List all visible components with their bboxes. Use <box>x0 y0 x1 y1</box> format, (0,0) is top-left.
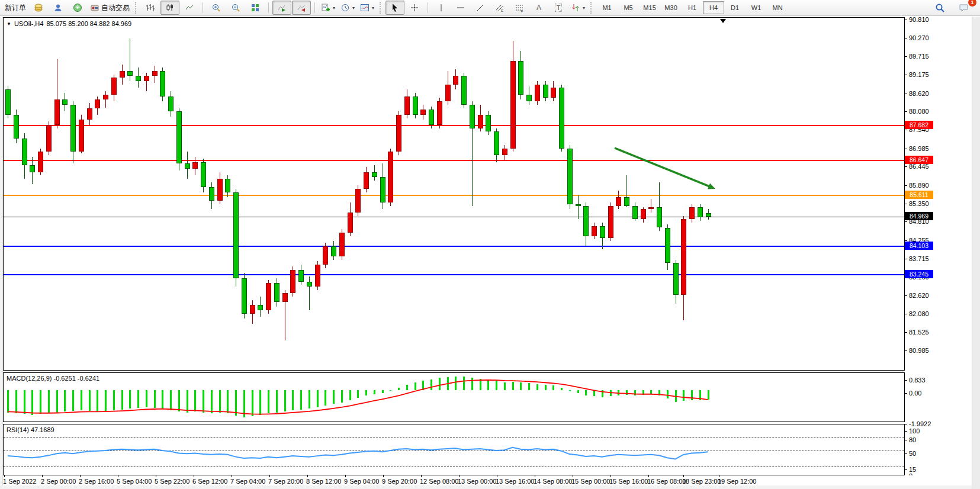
chat-button[interactable]: 1 <box>954 1 973 15</box>
macd-axis-label: 0.00 <box>909 390 921 397</box>
date-axis-label: 5 Sep 22:00 <box>155 478 189 485</box>
price-axis-label: 90.810 <box>909 16 929 23</box>
candlestick-chart-button[interactable] <box>160 1 179 15</box>
new-order-button[interactable]: 新订单 <box>2 1 28 15</box>
label-tool-button[interactable]: T <box>549 1 568 15</box>
price-axis-label: 89.715 <box>909 53 929 60</box>
timeframe-button-M5[interactable]: M5 <box>618 1 639 14</box>
candle <box>413 96 418 115</box>
signal-button[interactable] <box>68 1 87 15</box>
candle <box>641 209 646 219</box>
macd-histogram-bar <box>382 390 384 393</box>
main-chart-pane[interactable]: ▼ USOil-,H4 85.075 85.200 84.882 84.969 <box>3 17 905 371</box>
date-axis-tick <box>383 475 384 477</box>
macd-histogram-bar <box>203 390 204 413</box>
toolbar-right: 1 <box>930 1 978 15</box>
timeframe-button-D1[interactable]: D1 <box>724 1 746 14</box>
price-axis-tick <box>905 350 907 351</box>
price-axis-label: 85.350 <box>909 200 929 207</box>
macd-histogram-bar <box>528 383 530 390</box>
template-button[interactable]: ▾ <box>358 1 377 15</box>
horizontal-line-tool-button[interactable] <box>451 1 470 15</box>
date-axis-label: 7 Sep 20:00 <box>268 478 303 485</box>
search-icon <box>935 3 945 13</box>
auto-trading-button[interactable]: 自动交易 <box>88 1 132 15</box>
macd-label: MACD(12,26,9) -0.6251 -0.6241 <box>7 375 99 382</box>
period-button[interactable]: ▾ <box>338 1 357 15</box>
candle <box>535 85 540 101</box>
zoom-in-button[interactable] <box>207 1 226 15</box>
timeframe-button-W1[interactable]: W1 <box>746 1 767 14</box>
trendline-tool-button[interactable] <box>471 1 490 15</box>
chevron-down-icon: ▾ <box>583 5 585 11</box>
macd-axis-tick <box>905 393 907 394</box>
crosshair-tool-button[interactable] <box>405 1 424 15</box>
timeframe-button-H1[interactable]: H1 <box>682 1 703 14</box>
date-axis-tick <box>307 475 308 477</box>
macd-pane[interactable]: MACD(12,26,9) -0.6251 -0.6241 <box>3 372 905 422</box>
chart-expand-icon[interactable]: ▼ <box>7 21 11 27</box>
fibonacci-tool-button[interactable]: F <box>510 1 529 15</box>
rsi-axis-label: 15 <box>909 466 916 473</box>
rsi-axis-label: 80 <box>909 436 916 443</box>
vertical-line-tool-button[interactable] <box>432 1 451 15</box>
candle <box>144 76 149 81</box>
macd-histogram-bar <box>610 390 612 396</box>
candle <box>315 265 320 287</box>
chart-shift-marker[interactable] <box>720 19 726 23</box>
timeframe-button-H4[interactable]: H4 <box>703 1 724 14</box>
candle <box>136 76 141 81</box>
auto-scroll-button[interactable] <box>272 1 291 15</box>
rsi-pane[interactable]: RSI(14) 47.1689 <box>3 424 905 475</box>
candle <box>404 96 410 115</box>
bar-chart-button[interactable] <box>141 1 160 15</box>
zoom-out-button[interactable] <box>226 1 245 15</box>
macd-axis-label: -1.9922 <box>909 420 931 427</box>
macd-histogram-bar <box>585 390 587 395</box>
timeframe-button-M30[interactable]: M30 <box>660 1 682 14</box>
candle <box>355 189 361 213</box>
price-axis-tick <box>905 185 907 186</box>
macd-histogram-bar <box>48 390 50 413</box>
date-axis-label: 2 Sep 16:00 <box>79 478 114 485</box>
hline-85.611[interactable] <box>4 195 904 196</box>
macd-histogram-bar <box>276 390 278 413</box>
timeframe-button-M1[interactable]: M1 <box>596 1 618 14</box>
line-chart-button[interactable] <box>180 1 199 15</box>
tile-windows-button[interactable] <box>246 1 265 15</box>
candle <box>266 283 271 310</box>
search-button[interactable] <box>930 1 949 15</box>
date-axis-tick <box>648 475 649 477</box>
date-axis-tick <box>42 475 43 477</box>
vertical-scrollbar[interactable] <box>972 17 980 489</box>
profile-button[interactable] <box>49 1 68 15</box>
arrows-tool-button[interactable]: ▾ <box>568 1 587 15</box>
macd-histogram-bar <box>349 390 351 400</box>
macd-histogram-bar <box>170 390 172 410</box>
macd-histogram-bar <box>7 390 9 413</box>
macd-histogram-bar <box>324 390 326 406</box>
hline-83.245[interactable] <box>4 274 904 275</box>
timeframe-button-MN[interactable]: MN <box>767 1 788 14</box>
price-axis-label: 86.985 <box>909 145 929 152</box>
candle <box>46 125 52 152</box>
new-chart-button[interactable]: ▾ <box>319 1 338 15</box>
candle <box>201 162 206 188</box>
chart-shift-button[interactable] <box>292 1 311 15</box>
hline-87.682[interactable] <box>4 125 904 126</box>
date-axis-tick <box>345 475 346 477</box>
hline-84.969[interactable] <box>4 217 904 217</box>
text-tool-button[interactable]: A <box>529 1 548 15</box>
macd-histogram-bar <box>406 385 408 390</box>
channel-tool-button[interactable]: E <box>490 1 509 15</box>
macd-histogram-bar <box>365 390 367 395</box>
gold-coins-button[interactable] <box>29 1 48 15</box>
candle <box>111 78 117 94</box>
timeframe-button-M15[interactable]: M15 <box>639 1 660 14</box>
candle <box>616 197 621 205</box>
cursor-tool-button[interactable] <box>385 1 404 15</box>
hline-84.103[interactable] <box>4 246 904 247</box>
hline-86.647[interactable] <box>4 160 904 161</box>
macd-histogram-bar <box>178 390 180 411</box>
macd-histogram-bar <box>284 390 286 411</box>
